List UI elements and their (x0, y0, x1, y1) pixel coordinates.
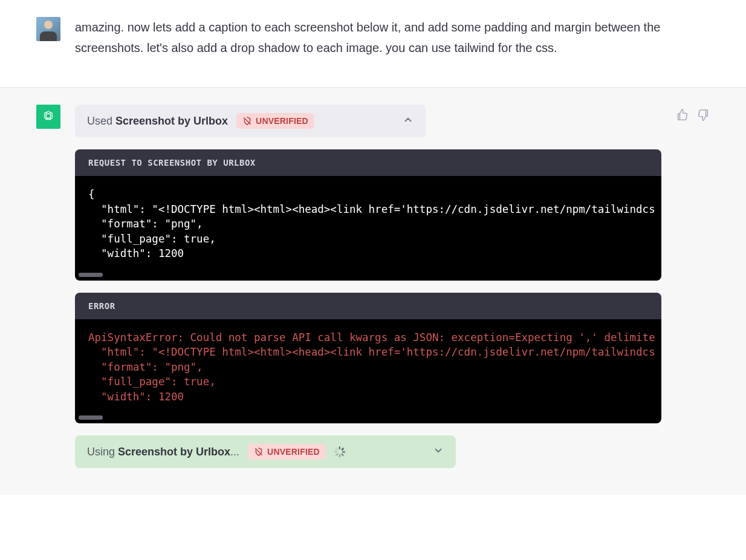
request-header: REQUEST TO SCREENSHOT BY URLBOX (75, 149, 661, 176)
thumbs-down-icon[interactable] (696, 108, 710, 122)
plugin-used-label: Used Screenshot by Urlbox (87, 115, 228, 128)
plugin-using-label: Using Screenshot by Urlbox... (87, 446, 239, 458)
assistant-message-row: Used Screenshot by Urlbox UNVERIFIED REQ… (0, 88, 746, 495)
openai-icon (41, 109, 56, 125)
scrollbar-thumb[interactable] (79, 415, 103, 420)
plugin-using-prefix: Using (87, 446, 118, 458)
plugin-used-name: Screenshot by Urlbox (115, 115, 228, 127)
assistant-content: Used Screenshot by Urlbox UNVERIFIED REQ… (75, 105, 661, 480)
plugin-using-suffix: ... (230, 446, 239, 458)
error-header: ERROR (75, 293, 661, 319)
shield-off-icon (242, 116, 252, 126)
request-block: REQUEST TO SCREENSHOT BY URLBOX { "html"… (75, 149, 661, 281)
expand-toggle[interactable] (433, 445, 444, 458)
loading-spinner-icon (334, 446, 345, 457)
user-message-content: amazing. now lets add a caption to each … (75, 17, 710, 58)
collapse-toggle[interactable] (403, 114, 414, 128)
unverified-badge-text: UNVERIFIED (267, 447, 320, 457)
error-block: ERROR ApiSyntaxError: Could not parse AP… (75, 293, 661, 424)
plugin-used-card[interactable]: Used Screenshot by Urlbox UNVERIFIED (75, 105, 426, 137)
user-avatar (36, 17, 60, 41)
chevron-up-icon (403, 114, 414, 125)
assistant-avatar (36, 105, 60, 129)
plugin-used-prefix: Used (87, 115, 115, 127)
unverified-badge-text: UNVERIFIED (256, 116, 308, 126)
user-message-row: amazing. now lets add a caption to each … (0, 0, 746, 88)
unverified-badge: UNVERIFIED (248, 444, 326, 460)
plugin-using-card[interactable]: Using Screenshot by Urlbox... UNVERIFIED (75, 435, 456, 468)
unverified-badge: UNVERIFIED (236, 113, 314, 129)
thumbs-up-icon[interactable] (676, 108, 689, 122)
feedback-buttons (676, 105, 710, 480)
error-body[interactable]: ApiSyntaxError: Could not parse API call… (75, 319, 661, 424)
chevron-down-icon (433, 445, 444, 456)
scrollbar-thumb[interactable] (79, 273, 103, 277)
plugin-using-name: Screenshot by Urlbox (118, 446, 230, 458)
shield-off-icon (254, 447, 264, 457)
user-message-text: amazing. now lets add a caption to each … (75, 17, 667, 58)
request-body[interactable]: { "html": "<!DOCTYPE html><html><head><l… (75, 176, 661, 281)
